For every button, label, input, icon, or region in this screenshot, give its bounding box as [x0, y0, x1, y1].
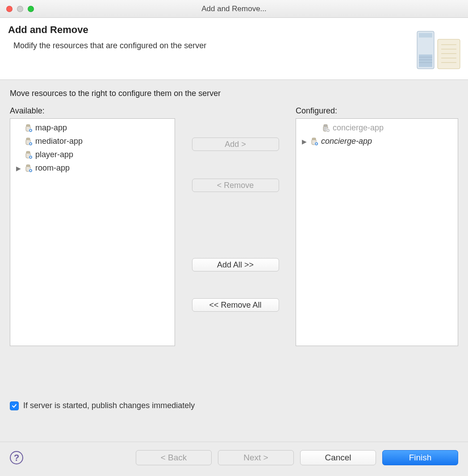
- jar-icon: [24, 163, 33, 173]
- wizard-footer: ? < Back Next > Cancel Finish: [0, 442, 468, 476]
- svg-point-19: [30, 143, 31, 144]
- configured-label: Configured:: [296, 106, 458, 116]
- configured-list[interactable]: concierge-app▶ concierge-app: [296, 118, 458, 346]
- next-button[interactable]: Next >: [218, 450, 294, 465]
- svg-rect-17: [26, 138, 30, 140]
- remove-button[interactable]: < Remove: [192, 179, 279, 192]
- list-item-label: map-app: [35, 123, 67, 133]
- list-item-label: concierge-app: [333, 123, 384, 133]
- list-item-label: player-app: [35, 150, 73, 160]
- titlebar: Add and Remove...: [0, 0, 468, 18]
- list-item[interactable]: player-app: [12, 148, 173, 162]
- available-label: Available:: [10, 106, 175, 116]
- remove-all-button[interactable]: << Remove All: [192, 298, 279, 312]
- page-title: Add and Remove: [8, 24, 410, 36]
- instruction-text: Move resources to the right to configure…: [10, 89, 458, 98]
- add-all-button[interactable]: Add All >>: [192, 258, 279, 271]
- back-button[interactable]: < Back: [136, 450, 212, 465]
- svg-rect-6: [438, 39, 460, 69]
- svg-rect-29: [324, 125, 327, 126]
- list-item[interactable]: ▶ room-app: [12, 162, 173, 175]
- publish-checkbox[interactable]: [10, 401, 19, 410]
- expand-icon[interactable]: ▶: [15, 165, 22, 172]
- svg-rect-13: [26, 125, 30, 126]
- svg-point-15: [30, 129, 31, 131]
- jar-icon: [24, 123, 33, 133]
- svg-point-23: [30, 156, 31, 158]
- help-button[interactable]: ?: [10, 451, 23, 464]
- wizard-banner: Add and Remove Modify the resources that…: [0, 18, 468, 80]
- cancel-button[interactable]: Cancel: [300, 450, 376, 465]
- jar-icon: [309, 137, 319, 146]
- expand-icon[interactable]: ▶: [301, 138, 308, 146]
- publish-checkbox-label: If server is started, publish changes im…: [23, 401, 195, 410]
- svg-point-27: [30, 170, 31, 171]
- available-list[interactable]: map-app mediator-app player-app▶ room-ap…: [10, 118, 175, 346]
- jar-icon: [24, 137, 33, 146]
- svg-point-31: [327, 129, 329, 131]
- svg-rect-2: [419, 54, 432, 67]
- svg-rect-1: [419, 33, 432, 38]
- jar-icon: [321, 123, 331, 133]
- list-item-label: room-app: [35, 163, 70, 173]
- transfer-buttons: Add > < Remove Add All >> << Remove All: [175, 106, 296, 394]
- finish-button[interactable]: Finish: [382, 450, 458, 465]
- add-button[interactable]: Add >: [192, 138, 279, 151]
- list-item[interactable]: mediator-app: [12, 135, 173, 148]
- jar-icon: [24, 150, 33, 160]
- list-item-label: mediator-app: [35, 137, 83, 146]
- wizard-body: Move resources to the right to configure…: [0, 80, 468, 442]
- list-item[interactable]: ▶ concierge-app: [298, 135, 456, 148]
- server-image: [410, 24, 468, 73]
- list-item-label: concierge-app: [321, 137, 372, 146]
- list-item[interactable]: concierge-app: [298, 121, 456, 135]
- svg-rect-21: [26, 151, 30, 153]
- svg-rect-25: [26, 165, 30, 167]
- page-description: Modify the resources that are configured…: [8, 41, 410, 50]
- window-title: Add and Remove...: [0, 4, 468, 13]
- svg-rect-33: [312, 138, 316, 140]
- list-item[interactable]: map-app: [12, 121, 173, 135]
- svg-point-35: [316, 143, 317, 144]
- publish-checkbox-row[interactable]: If server is started, publish changes im…: [10, 401, 458, 410]
